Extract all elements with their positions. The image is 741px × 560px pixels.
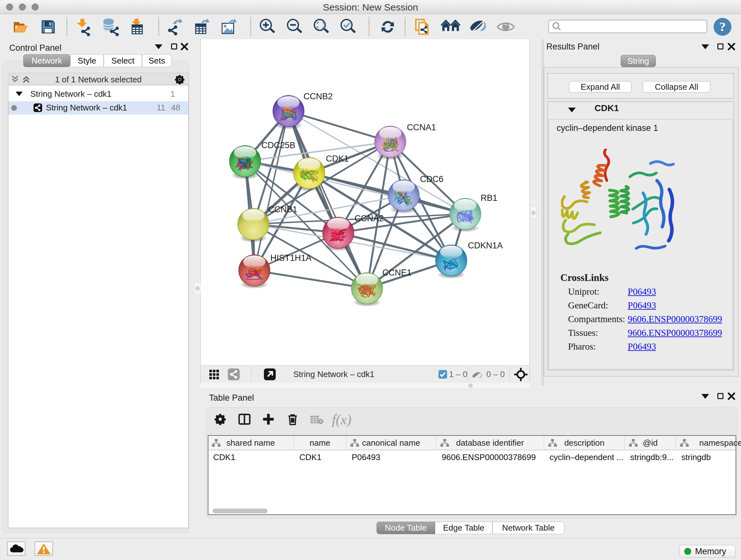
svg-text:?: ? [719,19,726,34]
svg-text:RB1: RB1 [481,193,497,203]
svg-text:CCNA2: CCNA2 [354,213,384,223]
svg-text:CDC6: CDC6 [420,174,444,184]
svg-text:CCNE1: CCNE1 [382,268,412,277]
svg-text:CDK1: CDK1 [326,154,349,164]
svg-text:CDKN1A: CDKN1A [468,241,503,250]
svg-text:CCNB1: CCNB1 [268,205,297,214]
svg-text:CCNA1: CCNA1 [407,123,436,132]
svg-text:CDC25B: CDC25B [261,140,295,150]
svg-text:CCNB2: CCNB2 [304,91,333,101]
svg-text:HIST1H1A: HIST1H1A [270,253,312,263]
